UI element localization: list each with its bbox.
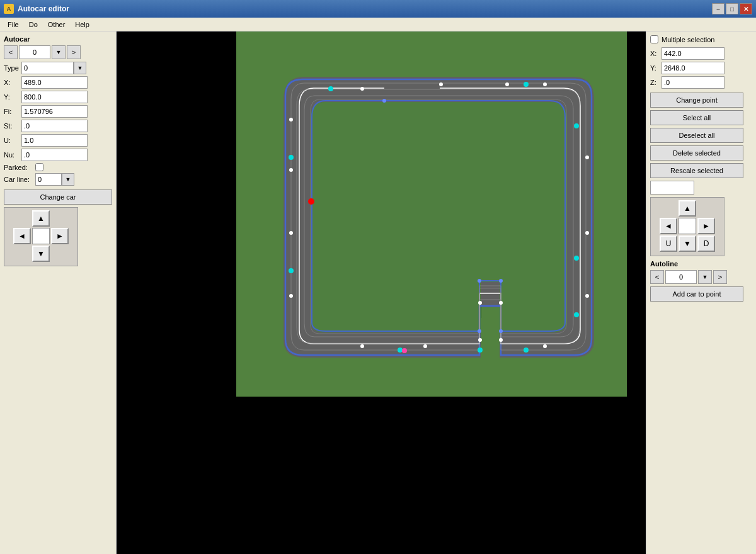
multiple-selection-checkbox[interactable] — [650, 35, 658, 43]
y-input[interactable] — [21, 91, 88, 103]
change-car-button[interactable]: Change car — [4, 189, 112, 205]
viewport-area[interactable] — [117, 31, 646, 554]
nu-row: Nu: — [4, 149, 112, 161]
pad-right-button[interactable]: ► — [51, 228, 69, 244]
svg-point-2 — [360, 87, 364, 91]
svg-point-4 — [505, 82, 509, 86]
autoline-section: Autoline < ▼ > Add car to point — [650, 260, 752, 304]
right-pad-left-button[interactable]: ◄ — [660, 218, 677, 234]
menu-other[interactable]: Other — [43, 20, 71, 30]
svg-point-24 — [524, 348, 529, 353]
x-label: X: — [4, 79, 21, 86]
multiple-selection-label: Multiple selection — [662, 36, 714, 43]
svg-point-11 — [478, 301, 482, 305]
svg-point-35 — [478, 329, 481, 333]
svg-point-8 — [585, 294, 589, 298]
autoline-prev-button[interactable]: < — [650, 270, 664, 284]
right-pad-middle-row: ◄ ► — [653, 218, 721, 234]
left-panel: Autocar < ▼ > Type ▼ X: Y: Fi: St: — [0, 31, 117, 554]
svg-point-7 — [585, 231, 589, 235]
type-input[interactable] — [21, 62, 74, 74]
parked-checkbox[interactable] — [35, 163, 43, 171]
pad-middle-row: ◄ ► — [7, 228, 75, 244]
right-z-input[interactable] — [662, 76, 724, 89]
right-pad-u-button[interactable]: U — [660, 235, 677, 252]
svg-point-36 — [499, 329, 503, 333]
delete-selected-button[interactable]: Delete selected — [650, 145, 743, 161]
st-label: St: — [4, 122, 21, 130]
svg-point-3 — [439, 82, 443, 86]
autocar-next-button[interactable]: > — [67, 45, 81, 59]
menu-file[interactable]: File — [3, 20, 24, 30]
u-input[interactable] — [21, 134, 88, 147]
right-pad-up-button[interactable]: ▲ — [679, 200, 696, 217]
right-x-input[interactable] — [662, 47, 724, 60]
menu-help[interactable]: Help — [70, 20, 94, 30]
menu-do[interactable]: Do — [24, 20, 43, 30]
svg-point-25 — [478, 348, 483, 353]
svg-point-14 — [423, 344, 427, 348]
svg-point-31 — [402, 348, 407, 353]
track-canvas[interactable] — [236, 31, 627, 397]
autocar-dropdown-button[interactable]: ▼ — [52, 45, 66, 59]
right-y-input[interactable] — [662, 62, 724, 74]
autocar-prev-button[interactable]: < — [4, 45, 18, 59]
y-label: Y: — [4, 93, 21, 101]
window-title: Autocar editor — [18, 4, 712, 13]
fi-input[interactable] — [21, 105, 88, 118]
right-pad-right-button[interactable]: ► — [697, 218, 715, 234]
autocar-spinner-input[interactable] — [19, 45, 50, 59]
pad-left-button[interactable]: ◄ — [13, 228, 31, 244]
autoline-spinner: < ▼ > — [650, 270, 752, 284]
add-car-to-point-button[interactable]: Add car to point — [650, 286, 743, 302]
svg-point-30 — [308, 198, 314, 205]
pad-up-button[interactable]: ▲ — [32, 210, 50, 227]
right-pad-center — [679, 218, 696, 234]
u-label: U: — [4, 137, 21, 144]
rescale-value-input[interactable] — [650, 181, 694, 195]
autoline-title: Autoline — [650, 260, 752, 268]
autocar-section-title: Autocar — [4, 35, 112, 43]
autoline-spinner-input[interactable] — [665, 270, 697, 284]
nu-input[interactable] — [21, 149, 88, 161]
fi-row: Fi: — [4, 105, 112, 118]
right-pad-bottom-row: U ▼ D — [653, 235, 721, 252]
rescale-selected-button[interactable]: Rescale selected — [650, 163, 743, 178]
track-group — [284, 77, 594, 358]
svg-point-13 — [478, 338, 482, 342]
autocar-spinner-row: < ▼ > — [4, 45, 112, 59]
change-point-button[interactable]: Change point — [650, 93, 743, 108]
menu-bar: File Do Other Help — [0, 18, 756, 31]
svg-point-34 — [478, 279, 481, 283]
svg-point-18 — [289, 168, 293, 172]
app-body: Autocar < ▼ > Type ▼ X: Y: Fi: St: — [0, 31, 756, 554]
right-z-label: Z: — [650, 79, 662, 86]
st-row: St: — [4, 120, 112, 132]
svg-point-23 — [574, 312, 579, 317]
pad-center — [32, 228, 50, 244]
right-control-pad: ▲ ◄ ► U ▼ D — [650, 197, 724, 256]
svg-point-5 — [543, 82, 547, 86]
select-all-button[interactable]: Select all — [650, 110, 743, 125]
right-x-row: X: — [650, 47, 752, 60]
st-input[interactable] — [21, 120, 88, 132]
svg-point-19 — [289, 118, 293, 122]
close-button[interactable]: ✕ — [740, 3, 752, 14]
carline-label: Car line: — [4, 176, 35, 183]
autoline-dropdown-button[interactable]: ▼ — [698, 270, 712, 284]
x-input[interactable] — [21, 76, 88, 89]
maximize-button[interactable]: □ — [726, 3, 738, 14]
right-pad-down-button[interactable]: ▼ — [679, 235, 696, 252]
autoline-next-button[interactable]: > — [713, 270, 727, 284]
svg-point-9 — [543, 344, 547, 348]
u-row: U: — [4, 134, 112, 147]
carline-input[interactable] — [35, 173, 62, 186]
type-dropdown-button[interactable]: ▼ — [74, 62, 86, 74]
deselect-all-button[interactable]: Deselect all — [650, 128, 743, 143]
right-pad-top-row: ▲ — [653, 200, 721, 217]
carline-dropdown-button[interactable]: ▼ — [62, 173, 74, 186]
pad-down-button[interactable]: ▼ — [32, 246, 50, 262]
x-row: X: — [4, 76, 112, 89]
right-pad-d-button[interactable]: D — [697, 235, 715, 252]
minimize-button[interactable]: – — [712, 3, 724, 14]
